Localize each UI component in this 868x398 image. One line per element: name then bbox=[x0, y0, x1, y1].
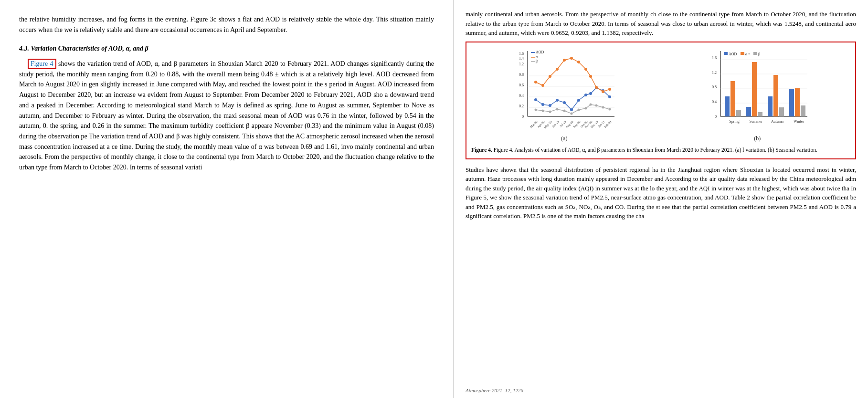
svg-point-37 bbox=[608, 88, 611, 91]
svg-point-26 bbox=[534, 81, 537, 84]
svg-rect-82 bbox=[746, 107, 751, 116]
section-heading: 4.3. Variation Characteristics of AOD, α… bbox=[19, 43, 434, 54]
svg-rect-79 bbox=[725, 96, 730, 116]
right-panel: mainly continental and urban aerosols. F… bbox=[454, 0, 868, 398]
figure-charts: 0 0.2 0.4 0.6 0.8 1.2 1.6 1.4 bbox=[471, 47, 850, 142]
svg-rect-88 bbox=[789, 89, 794, 116]
svg-rect-87 bbox=[779, 107, 784, 116]
svg-point-36 bbox=[602, 90, 604, 93]
svg-point-18 bbox=[563, 101, 566, 104]
footer: Atmosphere 2021, 12, 1226 bbox=[466, 388, 523, 393]
article-text: the relative humidity increases, and fog… bbox=[19, 14, 434, 173]
svg-text:1.6: 1.6 bbox=[519, 52, 524, 56]
svg-point-29 bbox=[556, 68, 559, 71]
svg-point-21 bbox=[584, 94, 587, 96]
right-bottom-text: Studies have shown that the seasonal dis… bbox=[466, 165, 856, 221]
svg-point-35 bbox=[595, 86, 598, 89]
svg-text:1.6: 1.6 bbox=[712, 56, 717, 60]
figure-caption: Figure 4. Figure 4. Analysis of variatio… bbox=[471, 146, 850, 154]
svg-text:α: α bbox=[536, 55, 538, 59]
svg-text:Jun-20: Jun-20 bbox=[551, 120, 559, 128]
svg-point-19 bbox=[570, 108, 573, 111]
svg-rect-89 bbox=[795, 88, 800, 116]
svg-text:0.8: 0.8 bbox=[519, 73, 524, 77]
svg-text:β: β bbox=[758, 52, 760, 56]
svg-text:0.4: 0.4 bbox=[712, 100, 717, 104]
svg-rect-95 bbox=[724, 52, 728, 55]
chart-b-wrapper: 0 0.4 0.8 1.2 1.6 bbox=[665, 47, 851, 142]
figure4-link[interactable]: Figure 4 bbox=[31, 60, 53, 67]
svg-point-22 bbox=[589, 92, 592, 95]
svg-rect-85 bbox=[768, 96, 773, 116]
svg-point-27 bbox=[541, 84, 544, 87]
svg-text:α: α bbox=[745, 52, 748, 56]
svg-point-43 bbox=[570, 112, 572, 115]
svg-rect-86 bbox=[773, 75, 778, 116]
section-heading-text: 4.3. Variation Characteristics of AOD, α… bbox=[19, 45, 148, 52]
svg-text:0.4: 0.4 bbox=[519, 94, 524, 98]
svg-text:May-20: May-20 bbox=[543, 120, 552, 129]
svg-point-40 bbox=[549, 110, 551, 113]
svg-text:Aug-20: Aug-20 bbox=[565, 120, 574, 129]
figure-caption-text: Figure 4. Analysis of variation of AOD, … bbox=[494, 147, 817, 153]
svg-point-46 bbox=[589, 103, 592, 105]
svg-point-48 bbox=[602, 106, 604, 108]
svg-point-49 bbox=[608, 108, 611, 110]
svg-text:=: = bbox=[748, 52, 751, 56]
svg-text:1.2: 1.2 bbox=[519, 62, 524, 66]
svg-text:1.2: 1.2 bbox=[712, 71, 717, 75]
right-bottom-content: Studies have shown that the seasonal dis… bbox=[466, 166, 856, 220]
chart-b-svg: 0 0.4 0.8 1.2 1.6 bbox=[702, 47, 812, 131]
svg-point-28 bbox=[549, 75, 551, 78]
left-panel: the relative humidity increases, and fog… bbox=[0, 0, 454, 398]
svg-text:0.6: 0.6 bbox=[519, 83, 524, 87]
svg-point-47 bbox=[595, 104, 597, 106]
svg-point-45 bbox=[584, 107, 587, 109]
svg-text:Sep-20: Sep-20 bbox=[572, 120, 581, 128]
svg-point-20 bbox=[577, 99, 580, 102]
svg-text:Summer: Summer bbox=[750, 119, 762, 124]
figure4-ref-box: Figure 4 bbox=[28, 59, 56, 69]
svg-text:0.2: 0.2 bbox=[519, 104, 524, 108]
chart-b-label: (b) bbox=[665, 135, 851, 142]
right-top-content: mainly continental and urban aerosols. F… bbox=[466, 10, 856, 36]
svg-text:Winter: Winter bbox=[794, 119, 804, 124]
svg-text:Spring: Spring bbox=[730, 119, 740, 124]
svg-text:1.4: 1.4 bbox=[519, 56, 524, 61]
figure-caption-bold: Figure 4. bbox=[471, 147, 492, 153]
svg-point-30 bbox=[563, 59, 566, 62]
svg-point-42 bbox=[563, 109, 565, 112]
svg-point-14 bbox=[534, 98, 537, 101]
para1-text: the relative humidity increases, and fog… bbox=[19, 16, 434, 33]
svg-text:Autumn: Autumn bbox=[771, 119, 783, 124]
svg-text:0.8: 0.8 bbox=[712, 85, 717, 89]
svg-text:Mar-20: Mar-20 bbox=[529, 120, 538, 129]
svg-point-15 bbox=[541, 103, 544, 106]
svg-rect-81 bbox=[736, 110, 741, 116]
svg-rect-83 bbox=[752, 62, 757, 116]
svg-rect-97 bbox=[741, 52, 744, 55]
chart-a-wrapper: 0 0.2 0.4 0.6 0.8 1.2 1.6 1.4 bbox=[471, 47, 657, 142]
para-2: Figure 4 shows the variation trend of AO… bbox=[19, 59, 434, 173]
svg-rect-90 bbox=[801, 105, 805, 116]
svg-rect-62 bbox=[531, 52, 535, 53]
svg-text:β: β bbox=[536, 59, 538, 63]
svg-text:AOD: AOD bbox=[536, 50, 544, 54]
chart-a-label: (a) bbox=[471, 135, 657, 142]
svg-point-17 bbox=[556, 99, 559, 102]
svg-point-41 bbox=[556, 108, 558, 110]
right-top-text: mainly continental and urban aerosols. F… bbox=[466, 10, 856, 38]
svg-point-25 bbox=[608, 95, 611, 98]
svg-point-34 bbox=[589, 75, 592, 78]
svg-text:0: 0 bbox=[522, 115, 524, 119]
svg-text:0: 0 bbox=[715, 115, 717, 119]
svg-rect-84 bbox=[758, 112, 762, 116]
svg-text:AOD: AOD bbox=[729, 52, 737, 56]
svg-point-39 bbox=[541, 109, 544, 112]
svg-point-38 bbox=[534, 108, 537, 111]
svg-point-16 bbox=[549, 104, 551, 107]
svg-point-32 bbox=[577, 61, 580, 63]
svg-rect-100 bbox=[753, 52, 757, 55]
svg-point-33 bbox=[584, 68, 587, 71]
svg-point-31 bbox=[570, 57, 573, 60]
